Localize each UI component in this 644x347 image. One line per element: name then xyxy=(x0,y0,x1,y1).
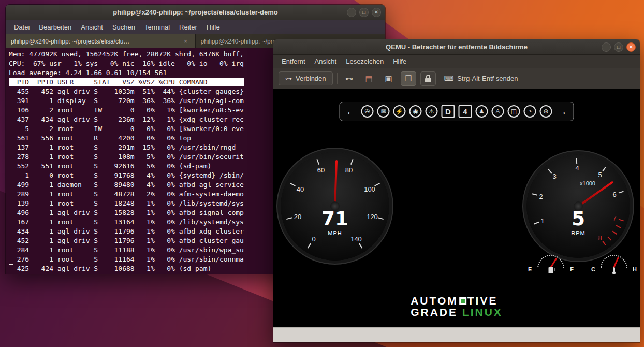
connect-icon: ⊶ xyxy=(285,75,292,82)
door-ajar-icon[interactable]: ◫ xyxy=(508,105,520,118)
terminal-menu-item[interactable]: Terminal xyxy=(140,22,174,33)
gauge-tick xyxy=(350,159,354,165)
agl-logo: AUTOMTIVE GRADE LINUX xyxy=(411,295,503,318)
lock-body xyxy=(425,78,431,82)
qemu-window-controls: − □ ✕ xyxy=(602,39,636,54)
maximize-button[interactable]: □ xyxy=(359,8,369,17)
gauge-tick xyxy=(619,191,624,194)
terminal-tab[interactable]: philipp@x240-philipp: ~/projects/elisa/c… xyxy=(6,34,196,48)
temp-cold-label: C xyxy=(591,266,595,272)
qemu-statusbar xyxy=(273,327,640,343)
send-ctrl-alt-del-label: Strg-Alt-Entf senden xyxy=(457,75,518,82)
terminal-menu-item[interactable]: Ansicht xyxy=(77,22,107,33)
child-seat-icon[interactable]: ♟ xyxy=(476,105,488,118)
qemu-menu-item[interactable]: Hilfe xyxy=(389,56,411,67)
message-icon[interactable]: ✉ xyxy=(377,105,390,118)
gauge-tick xyxy=(359,243,363,249)
usb-redirect-button[interactable]: ▤ xyxy=(361,71,377,86)
terminal-menu-item[interactable]: Bearbeiten xyxy=(35,22,76,33)
lane-assist-icon[interactable]: ⊛ xyxy=(540,105,552,118)
lock-icon xyxy=(425,75,431,82)
gauge-tick xyxy=(316,159,319,165)
fuel-pump-icon xyxy=(549,267,553,273)
close-button[interactable]: ✕ xyxy=(372,8,381,17)
minimize-button[interactable]: − xyxy=(347,8,356,17)
rpm-tick-label: 6 xyxy=(612,191,616,198)
qemu-menu-item[interactable]: Lesezeichen xyxy=(342,56,388,67)
terminal-menu-item[interactable]: Suchen xyxy=(108,22,139,33)
remote-display[interactable]: ←✇✉⚡◉⚠D4♟♙◫◔⊛→ 0 20 40 60 80 100 120 140… xyxy=(273,89,640,327)
car-status-icon[interactable]: ✇ xyxy=(361,105,374,118)
speed-limit-icon[interactable]: ◔ xyxy=(524,105,536,118)
tab-label: philipp@x240-philipp: ~/projects/elisa/c… xyxy=(11,38,179,45)
rpm-tick-label: 3 xyxy=(552,172,556,180)
agl-logo-text-green: LINUX xyxy=(462,306,503,318)
terminal-menu-item[interactable]: Datei xyxy=(10,22,34,33)
fuel-pump-nozzle xyxy=(553,268,555,271)
gear-drive-indicator[interactable]: D xyxy=(442,105,455,118)
agl-logo-text: TIVE xyxy=(467,295,498,307)
speed-tick-label: 80 xyxy=(345,166,353,174)
fuel-full-label: F xyxy=(570,266,574,272)
agl-logo-line2: GRADE LINUX xyxy=(411,307,503,318)
qemu-menu-item[interactable]: Ansicht xyxy=(311,56,341,67)
brake-warning-icon[interactable]: ⚠ xyxy=(426,105,438,118)
send-ctrl-alt-del-button[interactable]: ⌨ Strg-Alt-Entf senden xyxy=(444,75,518,82)
disconnect-button[interactable]: ⊷ xyxy=(342,71,357,86)
parking-brake-icon[interactable]: ◉ xyxy=(409,105,422,118)
fuel-gauge: E F xyxy=(526,254,576,273)
gauge-tick xyxy=(548,169,552,174)
gauge-tick xyxy=(532,193,537,196)
close-button[interactable]: ✕ xyxy=(626,42,636,52)
gauge-tick-redline xyxy=(607,236,611,241)
process-table-header: PID PPID USER STAT VSZ %VSZ %CPU COMMAND xyxy=(9,78,244,86)
terminal-menubar: DateiBearbeitenAnsichtSuchenTerminalReit… xyxy=(6,20,385,34)
toolbar-separator xyxy=(337,73,338,84)
qemu-menubar: EntferntAnsichtLesezeichenHilfe xyxy=(273,55,640,68)
tab-close-icon[interactable]: × xyxy=(182,38,190,45)
passenger-icon[interactable]: ♙ xyxy=(492,105,504,118)
agl-logo-text: AUTOM xyxy=(411,295,458,307)
next-page-icon[interactable]: → xyxy=(556,105,568,118)
keyboard-icon: ⌨ xyxy=(444,75,454,82)
rpm-tick-label: 4 xyxy=(575,164,579,172)
qemu-titlebar[interactable]: QEMU - Betrachter für entfernte Bildschi… xyxy=(273,39,640,55)
lock-button[interactable] xyxy=(420,71,436,86)
rpm-unit: RPM xyxy=(526,230,630,236)
qemu-menu-item[interactable]: Entfernt xyxy=(277,56,310,67)
fuel-empty-label: E xyxy=(528,266,532,272)
qemu-window-title: QEMU - Betrachter für entfernte Bildschi… xyxy=(386,43,528,51)
rpm-value: 5 xyxy=(526,209,630,228)
terminal-menu-item[interactable]: Reiter xyxy=(175,22,201,33)
battery-icon[interactable]: ⚡ xyxy=(393,105,406,118)
speed-tick-label: 60 xyxy=(317,166,325,174)
terminal-menu-item[interactable]: Hilfe xyxy=(202,22,224,33)
gauge-tick xyxy=(307,243,311,249)
thermometer-icon xyxy=(613,267,615,273)
tachometer-readout: 5 RPM xyxy=(526,209,630,236)
maximize-button[interactable]: □ xyxy=(614,42,623,52)
speedometer-readout: 71 MPH xyxy=(281,209,389,236)
displays-button[interactable]: ❐ xyxy=(401,71,416,86)
screenshot-button[interactable]: ▣ xyxy=(381,71,397,86)
temp-hot-label: H xyxy=(633,266,637,272)
speed-tick-label: 100 xyxy=(364,185,375,193)
minimize-button[interactable]: − xyxy=(602,42,611,52)
gauge-tick xyxy=(602,167,606,171)
rpm-scale-note: x1000 xyxy=(580,180,595,186)
speed-unit: MPH xyxy=(281,230,389,236)
temperature-gauge: C H xyxy=(589,254,639,273)
prev-page-icon[interactable]: ← xyxy=(345,105,358,118)
connect-button[interactable]: ⊶ Verbinden xyxy=(279,71,333,85)
terminal-cursor xyxy=(9,264,13,272)
gauge-tick-redline xyxy=(602,241,606,245)
tachometer-gauge: 1 2 3 4 5 6 7 8 x1000 5 RPM xyxy=(526,154,630,258)
terminal-window-controls: − □ ✕ xyxy=(347,5,381,20)
gauge-tick xyxy=(576,158,577,164)
agl-logo-text: GRADE xyxy=(411,306,458,318)
rpm-tick-label: 5 xyxy=(598,171,602,179)
speedometer-gauge: 0 20 40 60 80 100 120 140 71 MPH xyxy=(281,152,389,261)
cluster-icon-bar: ←✇✉⚡◉⚠D4♟♙◫◔⊛→ xyxy=(340,102,574,121)
terminal-titlebar[interactable]: philipp@x240-philipp: ~/projects/elisa/c… xyxy=(6,5,385,20)
gear-number-indicator[interactable]: 4 xyxy=(459,105,472,118)
